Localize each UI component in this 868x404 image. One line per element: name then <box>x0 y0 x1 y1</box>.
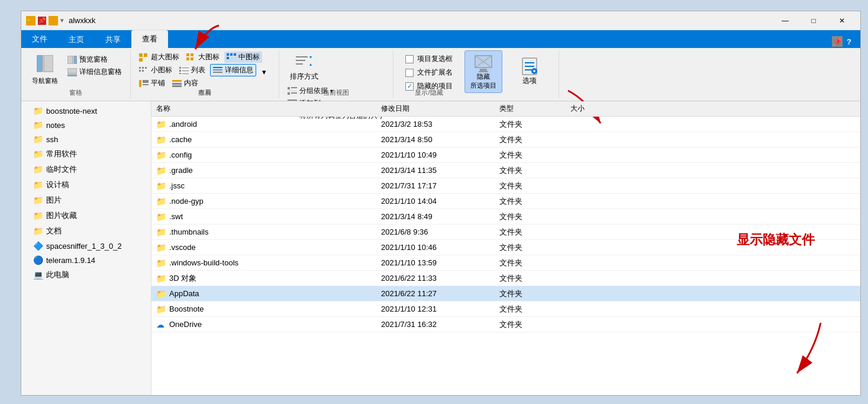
close-button[interactable]: ✕ <box>828 11 856 30</box>
file-name: .android <box>169 120 197 129</box>
file-date: 2021/1/10 12:31 <box>381 304 499 313</box>
file-date: 2021/7/31 16:32 <box>381 320 499 329</box>
svg-rect-32 <box>182 73 189 74</box>
svg-rect-14 <box>186 53 189 56</box>
small-icon-button[interactable]: 小图标 <box>137 64 175 76</box>
tab-file[interactable]: 文件 <box>21 30 58 48</box>
file-name: Boostnote <box>169 304 204 313</box>
file-row[interactable]: 📁.node-gyp 2021/1/10 14:04 文件夹 <box>151 194 860 209</box>
svg-rect-30 <box>182 70 189 71</box>
file-row[interactable]: 📁.android 2021/3/2 18:53 文件夹 <box>151 117 860 132</box>
tiles-button[interactable]: 平铺 <box>137 78 167 89</box>
details-button[interactable]: 详细信息 <box>210 64 256 76</box>
file-date: 2021/6/8 9:36 <box>381 227 499 236</box>
minimize-button[interactable]: — <box>772 11 799 30</box>
folder-icon: 📁 <box>33 120 43 130</box>
computer-icon: 💻 <box>33 270 43 280</box>
sort-by-button[interactable]: 排序方式 <box>285 52 323 84</box>
file-date: 2021/3/14 8:49 <box>381 212 499 221</box>
tab-view[interactable]: 查看 <box>131 30 168 48</box>
pin-icon: 📌 <box>38 17 46 25</box>
item-checkbox-toggle[interactable]: 项目复选框 <box>405 54 453 64</box>
file-row[interactable]: 📁.gradle 2021/3/14 11:35 文件夹 <box>151 163 860 178</box>
file-row[interactable]: 📁.swt 2021/3/14 8:49 文件夹 <box>151 209 860 225</box>
sidebar-item-documents[interactable]: 📁 文档 <box>21 223 151 239</box>
file-type: 文件夹 <box>499 258 570 268</box>
file-row[interactable]: 📁Boostnote 2021/1/10 12:31 文件夹 <box>151 302 860 317</box>
sidebar-item-spacesniffer[interactable]: 🔷 spacesniffer_1_3_0_2 <box>21 239 151 253</box>
svg-rect-1 <box>27 19 30 21</box>
svg-rect-43 <box>296 60 305 61</box>
file-row-appdata[interactable]: 📁AppData 2021/6/22 11:27 文件夹 <box>151 286 860 302</box>
svg-rect-21 <box>227 57 229 59</box>
folder-icon: 📁 <box>33 165 43 174</box>
folder-icon: 📁 <box>156 197 166 206</box>
ribbon: 导航窗格 预览窗格 详细信 <box>21 48 860 101</box>
svg-marker-46 <box>309 63 312 66</box>
sidebar-item-design[interactable]: 📁 设计稿 <box>21 177 151 193</box>
tab-home[interactable]: 主页 <box>58 31 95 48</box>
file-row[interactable]: 📁.jssc 2021/7/31 17:17 文件夹 <box>151 178 860 194</box>
nav-pane-button[interactable]: 导航窗格 <box>27 52 63 88</box>
sidebar-item-boostnote-next[interactable]: 📁 boostnote-next <box>21 104 151 118</box>
folder-icon: 📁 <box>156 166 166 175</box>
sidebar-label-boostnote-next: boostnote-next <box>46 107 97 116</box>
options-area: 选项 <box>508 52 551 98</box>
show-hide-group-label: 显示/隐藏 <box>399 88 459 97</box>
file-row[interactable]: 📁.vscode 2021/1/10 10:46 文件夹 <box>151 240 860 255</box>
sidebar-item-pictures[interactable]: 📁 图片 <box>21 193 151 208</box>
file-row[interactable]: 📁3D 对象 2021/6/22 11:33 文件夹 <box>151 271 860 286</box>
sidebar-item-picture-collection[interactable]: 📁 图片收藏 <box>21 208 151 223</box>
tiles-label: 平铺 <box>151 78 165 88</box>
sidebar-label-this-pc: 此电脑 <box>46 270 69 280</box>
svg-rect-8 <box>74 56 77 64</box>
layout-dropdown[interactable]: ▾ <box>260 54 268 89</box>
file-row[interactable]: 📁.config 2021/1/10 10:49 文件夹 <box>151 148 860 163</box>
file-type: 文件夹 <box>499 242 570 253</box>
file-row[interactable]: 📁.thumbnails 2021/6/8 9:36 文件夹 <box>151 225 860 240</box>
sidebar-item-telegram[interactable]: 🔵 teleram.1.9.14 <box>21 253 151 267</box>
window-title: alwxkxk <box>69 16 772 25</box>
help-button[interactable]: ? <box>843 35 856 48</box>
main-area: 📁 boostnote-next 📁 notes 📁 ssh 📁 常用软件 📁 … <box>21 101 860 395</box>
content-button[interactable]: 内容 <box>170 78 201 89</box>
medium-icon-button[interactable]: 中图标 <box>224 52 262 63</box>
details-pane-button[interactable]: 详细信息窗格 <box>65 66 124 78</box>
sidebar-item-notes[interactable]: 📁 notes <box>21 118 151 132</box>
svg-rect-37 <box>143 80 149 83</box>
file-date: 2021/3/14 8:50 <box>381 135 499 144</box>
file-date: 2021/6/22 11:33 <box>381 274 499 283</box>
svg-rect-52 <box>288 100 297 101</box>
folder-icon-3d: 📁 <box>156 274 166 283</box>
sidebar-item-temp-files[interactable]: 📁 临时文件 <box>21 162 151 177</box>
hide-selected-icon <box>474 53 493 72</box>
file-ext-toggle[interactable]: 文件扩展名 <box>405 68 453 78</box>
tab-share[interactable]: 共享 <box>95 31 131 48</box>
maximize-button[interactable]: □ <box>800 11 827 30</box>
file-type: 文件夹 <box>499 196 570 207</box>
sidebar-item-this-pc[interactable]: 💻 此电脑 <box>21 267 151 283</box>
file-date: 2021/1/10 10:46 <box>381 243 499 252</box>
file-row[interactable]: ☁OneDrive 2021/7/31 16:32 文件夹 <box>151 317 860 332</box>
file-row[interactable]: 📁.cache 2021/3/14 8:50 文件夹 <box>151 132 860 148</box>
sidebar: 📁 boostnote-next 📁 notes 📁 ssh 📁 常用软件 📁 … <box>21 101 151 395</box>
svg-rect-44 <box>296 63 303 65</box>
folder-icon: 📁 <box>156 135 166 145</box>
file-date: 2021/3/2 18:53 <box>381 120 499 129</box>
pin-button[interactable]: 📌 <box>832 36 843 47</box>
sidebar-item-ssh[interactable]: 📁 ssh <box>21 132 151 146</box>
preview-pane-button[interactable]: 预览窗格 <box>65 54 124 65</box>
sidebar-item-common-software[interactable]: 📁 常用软件 <box>21 146 151 162</box>
sidebar-label-documents: 文档 <box>46 226 62 236</box>
nav-pane-label: 导航窗格 <box>32 76 58 85</box>
svg-rect-9 <box>67 68 77 73</box>
file-row[interactable]: 📁.windows-build-tools 2021/1/10 13:59 文件… <box>151 255 860 271</box>
options-button[interactable]: 选项 <box>514 54 545 88</box>
extra-large-icon-button[interactable]: 超大图标 <box>137 52 182 63</box>
svg-rect-40 <box>172 83 182 85</box>
list-button[interactable]: 列表 <box>177 64 208 76</box>
large-icon-button[interactable]: 大图标 <box>184 52 222 63</box>
hide-selected-button[interactable]: 隐藏所选项目 <box>464 50 502 93</box>
svg-rect-7 <box>67 56 73 64</box>
file-name: AppData <box>169 289 199 298</box>
